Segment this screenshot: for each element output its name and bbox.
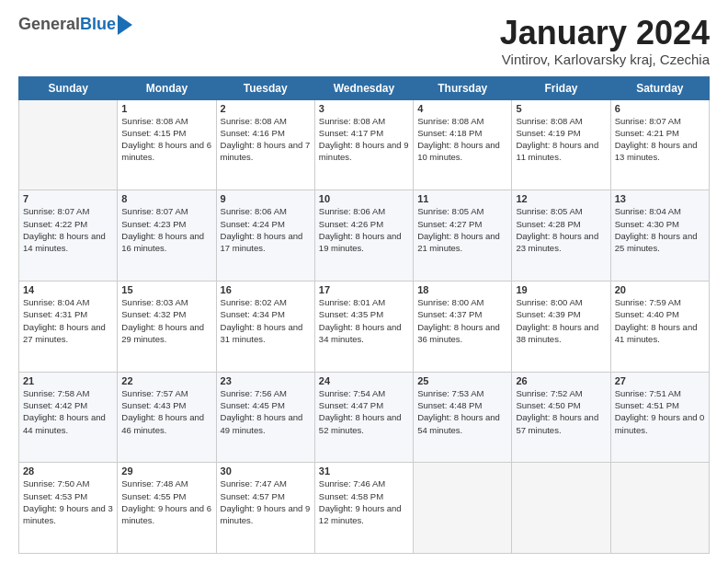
daylight-text: Daylight: 8 hours and 29 minutes. [121, 321, 211, 346]
calendar-week-row: 21Sunrise: 7:58 AMSunset: 4:42 PMDayligh… [19, 372, 710, 463]
day-number: 17 [319, 284, 409, 295]
day-info: Sunrise: 8:07 AMSunset: 4:22 PMDaylight:… [23, 205, 113, 254]
sunrise-text: Sunrise: 8:02 AM [221, 296, 311, 308]
day-info: Sunrise: 7:50 AMSunset: 4:53 PMDaylight:… [23, 477, 113, 526]
table-row: 3Sunrise: 8:08 AMSunset: 4:17 PMDaylight… [314, 99, 413, 190]
day-number: 7 [23, 193, 113, 204]
sunset-text: Sunset: 4:32 PM [121, 308, 211, 320]
sunset-text: Sunset: 4:43 PM [121, 399, 211, 411]
logo-arrow-icon [118, 15, 132, 35]
day-number: 19 [516, 284, 606, 295]
day-info: Sunrise: 7:58 AMSunset: 4:42 PMDaylight:… [23, 387, 113, 436]
day-number: 20 [615, 284, 705, 295]
day-info: Sunrise: 8:08 AMSunset: 4:19 PMDaylight:… [516, 115, 606, 164]
sunset-text: Sunset: 4:35 PM [319, 308, 409, 320]
table-row: 26Sunrise: 7:52 AMSunset: 4:50 PMDayligh… [512, 372, 610, 463]
sunset-text: Sunset: 4:16 PM [221, 127, 311, 139]
sunrise-text: Sunrise: 7:52 AM [516, 387, 606, 399]
daylight-text: Daylight: 8 hours and 57 minutes. [516, 411, 606, 436]
table-row: 15Sunrise: 8:03 AMSunset: 4:32 PMDayligh… [118, 281, 216, 372]
daylight-text: Daylight: 8 hours and 27 minutes. [23, 321, 113, 346]
table-row: 4Sunrise: 8:08 AMSunset: 4:18 PMDaylight… [414, 99, 512, 190]
sunrise-text: Sunrise: 8:05 AM [516, 205, 606, 217]
table-row [512, 463, 610, 554]
day-number: 14 [23, 284, 113, 295]
sunrise-text: Sunrise: 7:48 AM [121, 477, 211, 489]
sunrise-text: Sunrise: 7:46 AM [319, 477, 409, 489]
day-info: Sunrise: 7:57 AMSunset: 4:43 PMDaylight:… [121, 387, 211, 436]
table-row: 24Sunrise: 7:54 AMSunset: 4:47 PMDayligh… [314, 372, 413, 463]
header-saturday: Saturday [610, 76, 709, 99]
sunrise-text: Sunrise: 8:07 AM [121, 205, 211, 217]
table-row: 23Sunrise: 7:56 AMSunset: 4:45 PMDayligh… [216, 372, 314, 463]
header-monday: Monday [118, 76, 216, 99]
day-info: Sunrise: 7:51 AMSunset: 4:51 PMDaylight:… [615, 387, 705, 436]
logo-blue-text: Blue [80, 15, 116, 33]
sunrise-text: Sunrise: 7:51 AM [615, 387, 705, 399]
table-row: 5Sunrise: 8:08 AMSunset: 4:19 PMDaylight… [512, 99, 610, 190]
sunset-text: Sunset: 4:37 PM [417, 308, 507, 320]
sunset-text: Sunset: 4:28 PM [516, 218, 606, 230]
sunset-text: Sunset: 4:47 PM [319, 399, 409, 411]
sunrise-text: Sunrise: 8:04 AM [23, 296, 113, 308]
sunset-text: Sunset: 4:55 PM [121, 490, 211, 502]
day-number: 26 [516, 375, 606, 386]
header-wednesday: Wednesday [314, 76, 413, 99]
sunset-text: Sunset: 4:17 PM [319, 127, 409, 139]
calendar-page: GeneralBlue January 2024 Vintirov, Karlo… [0, 0, 728, 563]
header-friday: Friday [512, 76, 610, 99]
day-info: Sunrise: 7:59 AMSunset: 4:40 PMDaylight:… [615, 296, 705, 345]
day-number: 16 [221, 284, 311, 295]
daylight-text: Daylight: 9 hours and 0 minutes. [615, 411, 705, 436]
table-row: 14Sunrise: 8:04 AMSunset: 4:31 PMDayligh… [19, 281, 118, 372]
day-info: Sunrise: 8:02 AMSunset: 4:34 PMDaylight:… [221, 296, 311, 345]
day-number: 3 [319, 103, 409, 114]
day-info: Sunrise: 8:04 AMSunset: 4:31 PMDaylight:… [23, 296, 113, 345]
day-number: 13 [615, 193, 705, 204]
sunrise-text: Sunrise: 8:00 AM [417, 296, 507, 308]
sunrise-text: Sunrise: 8:08 AM [516, 115, 606, 127]
daylight-text: Daylight: 8 hours and 17 minutes. [221, 230, 311, 255]
sunrise-text: Sunrise: 8:08 AM [319, 115, 409, 127]
daylight-text: Daylight: 8 hours and 9 minutes. [319, 139, 409, 164]
day-number: 31 [319, 465, 409, 477]
daylight-text: Daylight: 8 hours and 52 minutes. [319, 411, 409, 436]
daylight-text: Daylight: 9 hours and 6 minutes. [121, 502, 211, 527]
title-block: January 2024 Vintirov, Karlovarsky kraj,… [500, 15, 710, 67]
daylight-text: Daylight: 8 hours and 13 minutes. [615, 139, 705, 164]
table-row: 29Sunrise: 7:48 AMSunset: 4:55 PMDayligh… [118, 463, 216, 554]
table-row: 21Sunrise: 7:58 AMSunset: 4:42 PMDayligh… [19, 372, 118, 463]
day-info: Sunrise: 8:05 AMSunset: 4:27 PMDaylight:… [417, 205, 507, 254]
table-row: 7Sunrise: 8:07 AMSunset: 4:22 PMDaylight… [19, 190, 118, 282]
table-row: 19Sunrise: 8:00 AMSunset: 4:39 PMDayligh… [512, 281, 610, 372]
sunset-text: Sunset: 4:19 PM [516, 127, 606, 139]
sunrise-text: Sunrise: 7:59 AM [615, 296, 705, 308]
daylight-text: Daylight: 8 hours and 21 minutes. [417, 230, 507, 255]
day-number: 10 [319, 193, 409, 204]
daylight-text: Daylight: 8 hours and 10 minutes. [417, 139, 507, 164]
header: GeneralBlue January 2024 Vintirov, Karlo… [18, 15, 710, 67]
day-info: Sunrise: 8:06 AMSunset: 4:24 PMDaylight:… [221, 205, 311, 254]
day-info: Sunrise: 7:52 AMSunset: 4:50 PMDaylight:… [516, 387, 606, 436]
sunrise-text: Sunrise: 7:50 AM [23, 477, 113, 489]
sunset-text: Sunset: 4:50 PM [516, 399, 606, 411]
day-info: Sunrise: 7:48 AMSunset: 4:55 PMDaylight:… [121, 477, 211, 526]
daylight-text: Daylight: 8 hours and 46 minutes. [121, 411, 211, 436]
day-info: Sunrise: 8:07 AMSunset: 4:21 PMDaylight:… [615, 115, 705, 164]
day-info: Sunrise: 8:00 AMSunset: 4:39 PMDaylight:… [516, 296, 606, 345]
sunset-text: Sunset: 4:58 PM [319, 490, 409, 502]
sunset-text: Sunset: 4:45 PM [221, 399, 311, 411]
table-row: 16Sunrise: 8:02 AMSunset: 4:34 PMDayligh… [216, 281, 314, 372]
table-row [414, 463, 512, 554]
header-tuesday: Tuesday [216, 76, 314, 99]
day-number: 23 [221, 375, 311, 386]
daylight-text: Daylight: 8 hours and 34 minutes. [319, 321, 409, 346]
daylight-text: Daylight: 8 hours and 41 minutes. [615, 321, 705, 346]
day-info: Sunrise: 8:07 AMSunset: 4:23 PMDaylight:… [121, 205, 211, 254]
table-row: 27Sunrise: 7:51 AMSunset: 4:51 PMDayligh… [610, 372, 709, 463]
day-number: 21 [23, 375, 113, 386]
sunset-text: Sunset: 4:31 PM [23, 308, 113, 320]
logo-general: General [18, 15, 80, 33]
table-row: 10Sunrise: 8:06 AMSunset: 4:26 PMDayligh… [314, 190, 413, 282]
calendar-week-row: 1Sunrise: 8:08 AMSunset: 4:15 PMDaylight… [19, 99, 710, 190]
